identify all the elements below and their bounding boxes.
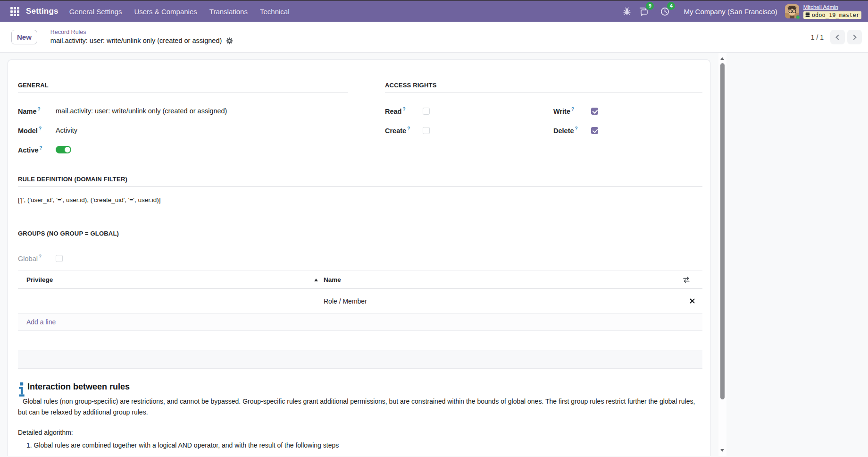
scrollbar-thumb[interactable] bbox=[720, 63, 725, 399]
field-active-row: Active? bbox=[18, 143, 348, 156]
sort-ascending-icon bbox=[314, 279, 318, 281]
write-label: Write? bbox=[553, 107, 591, 115]
global-label: Global? bbox=[18, 254, 56, 262]
vertical-scrollbar bbox=[718, 53, 726, 456]
app-menu: General Settings Users & Companies Trans… bbox=[63, 1, 296, 22]
toggle-knob bbox=[65, 147, 70, 152]
name-field[interactable]: mail.activity: user: write/unlink only (… bbox=[56, 107, 227, 115]
activities-count-badge: 4 bbox=[667, 2, 675, 10]
delete-checkbox[interactable] bbox=[591, 127, 598, 134]
messages-icon[interactable]: 9 bbox=[634, 5, 652, 18]
optional-columns-icon[interactable] bbox=[682, 275, 691, 284]
pager-next-button[interactable] bbox=[847, 30, 862, 44]
create-label: Create? bbox=[385, 126, 423, 135]
help-icon: ? bbox=[39, 254, 42, 259]
field-create-row: Create? bbox=[385, 124, 553, 137]
field-model-row: Model? Activity bbox=[18, 124, 348, 137]
add-a-line-link[interactable]: Add a line bbox=[18, 318, 56, 326]
systray: 9 4 My Company (San Francisco) bbox=[619, 4, 861, 19]
menu-translations[interactable]: Translations bbox=[203, 1, 254, 22]
actions-gear-icon[interactable] bbox=[226, 37, 233, 44]
add-line-row: Add a line bbox=[18, 313, 702, 331]
empty-row bbox=[18, 331, 702, 350]
breadcrumb: Record Rules mail.activity: user: write/… bbox=[50, 29, 233, 45]
delete-row-icon[interactable] bbox=[689, 297, 696, 305]
field-delete-row: Delete? bbox=[553, 124, 702, 137]
scroll-down-arrow[interactable] bbox=[720, 449, 724, 452]
global-checkbox[interactable] bbox=[56, 255, 63, 262]
page-title: mail.activity: user: write/unlink only (… bbox=[50, 37, 222, 45]
messages-count-badge: 9 bbox=[646, 2, 654, 10]
help-icon: ? bbox=[40, 145, 42, 151]
pager-previous-button[interactable] bbox=[830, 30, 845, 44]
read-label: Read? bbox=[385, 107, 423, 115]
database-name: odoo_19_master bbox=[812, 12, 860, 18]
delete-label: Delete? bbox=[553, 126, 591, 135]
top-navbar: Settings General Settings Users & Compan… bbox=[0, 0, 868, 22]
group-groups: GROUPS (NO GROUP = GLOBAL) Global? Privi… bbox=[18, 230, 702, 369]
active-label: Active? bbox=[18, 145, 56, 154]
company-switcher[interactable]: My Company (San Francisco) bbox=[684, 8, 777, 16]
rule-definition-heading: RULE DEFINITION (DOMAIN FILTER) bbox=[18, 176, 702, 187]
field-global-row: Global? bbox=[18, 252, 702, 265]
list-footer-strip bbox=[18, 350, 702, 369]
pager-count: 1 / 1 bbox=[811, 34, 824, 41]
field-write-row: Write? bbox=[553, 104, 702, 118]
pager: 1 / 1 bbox=[811, 30, 862, 44]
group-access-rights: ACCESS RIGHTS Read? Write? Create? bbox=[385, 82, 702, 162]
control-panel: New Record Rules mail.activity: user: wr… bbox=[0, 22, 868, 53]
user-menu[interactable]: Mitchell Admin odoo_19_master bbox=[803, 4, 861, 19]
name-cell[interactable]: Role / Member bbox=[324, 289, 682, 313]
online-status-dot bbox=[796, 15, 800, 19]
row-actions-cell bbox=[682, 289, 702, 313]
privilege-cell[interactable] bbox=[18, 289, 324, 313]
form-sheet: GENERAL Name? mail.activity: user: write… bbox=[8, 59, 710, 456]
table-header-row: Privilege Name bbox=[18, 271, 702, 289]
model-field[interactable]: Activity bbox=[56, 127, 77, 134]
write-checkbox[interactable] bbox=[591, 108, 598, 115]
table-row[interactable]: Role / Member bbox=[18, 289, 702, 313]
debug-bug-icon[interactable] bbox=[619, 5, 634, 17]
info-icon bbox=[18, 382, 25, 398]
name-label: Name? bbox=[18, 107, 56, 115]
chevron-right-icon bbox=[851, 34, 856, 40]
user-name: Mitchell Admin bbox=[803, 4, 861, 10]
chevron-left-icon bbox=[835, 34, 841, 40]
database-icon bbox=[805, 12, 810, 17]
app-name[interactable]: Settings bbox=[26, 7, 58, 16]
active-toggle[interactable] bbox=[56, 146, 71, 153]
scroll-up-arrow[interactable] bbox=[720, 57, 724, 60]
menu-technical[interactable]: Technical bbox=[254, 1, 296, 22]
apps-menu-icon[interactable] bbox=[10, 7, 19, 16]
menu-users-companies[interactable]: Users & Companies bbox=[128, 1, 203, 22]
database-badge: odoo_19_master bbox=[803, 11, 861, 19]
help-icon: ? bbox=[575, 126, 578, 131]
column-header-name[interactable]: Name bbox=[324, 271, 682, 289]
user-avatar[interactable] bbox=[785, 4, 799, 18]
help-icon: ? bbox=[39, 126, 42, 131]
help-icon: ? bbox=[402, 107, 405, 112]
read-checkbox[interactable] bbox=[423, 108, 430, 115]
group-rule-definition: RULE DEFINITION (DOMAIN FILTER) ['|', ('… bbox=[18, 176, 702, 203]
field-name-row: Name? mail.activity: user: write/unlink … bbox=[18, 104, 348, 118]
interaction-paragraph: Global rules (non group-specific) are re… bbox=[18, 396, 702, 418]
algorithm-step-1: 1. Global rules are combined together wi… bbox=[18, 441, 702, 449]
interaction-heading: Interaction between rules bbox=[27, 382, 702, 392]
field-read-row: Read? bbox=[385, 104, 553, 118]
breadcrumb-record-rules-link[interactable]: Record Rules bbox=[50, 29, 233, 35]
access-rights-heading: ACCESS RIGHTS bbox=[385, 82, 702, 93]
create-checkbox[interactable] bbox=[423, 127, 430, 134]
form-view-content: GENERAL Name? mail.activity: user: write… bbox=[0, 53, 868, 456]
model-label: Model? bbox=[18, 126, 56, 135]
menu-general-settings[interactable]: General Settings bbox=[63, 1, 128, 22]
column-header-privilege[interactable]: Privilege bbox=[18, 271, 324, 289]
help-icon: ? bbox=[571, 107, 574, 112]
domain-filter-field[interactable]: ['|', ('user_id', '=', user.id), ('creat… bbox=[18, 196, 702, 203]
activities-clock-icon[interactable]: 4 bbox=[657, 5, 673, 18]
groups-heading: GROUPS (NO GROUP = GLOBAL) bbox=[18, 230, 702, 241]
new-button[interactable]: New bbox=[11, 30, 37, 44]
help-icon: ? bbox=[407, 126, 410, 131]
groups-list-table: Privilege Name bbox=[18, 271, 702, 350]
detailed-algorithm-label: Detailed algorithm: bbox=[18, 429, 702, 436]
general-heading: GENERAL bbox=[18, 82, 348, 93]
